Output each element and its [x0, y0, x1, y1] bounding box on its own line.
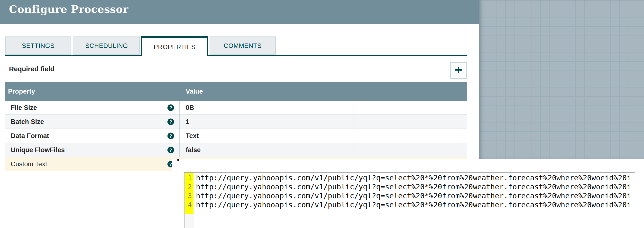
property-value-cell[interactable]: 0B — [180, 101, 353, 114]
line-number: 1 — [184, 174, 193, 182]
property-name: Custom Text — [11, 160, 47, 168]
property-name: Data Format — [11, 132, 49, 140]
help-icon[interactable]: ? — [168, 105, 174, 111]
line-text: http://query.yahooapis.com/v1/public/yql… — [193, 192, 631, 200]
value-editor-popup: 1 http://query.yahooapis.com/v1/public/y… — [172, 159, 644, 228]
editor-line[interactable]: 3 http://query.yahooapis.com/v1/public/y… — [184, 191, 635, 200]
configure-processor-dialog: Configure Processor SETTINGS SCHEDULING … — [0, 0, 644, 228]
property-name-cell: Unique FlowFiles ? — [5, 143, 180, 157]
tab-settings[interactable]: SETTINGS — [5, 36, 71, 55]
property-value: 1 — [186, 118, 189, 126]
line-text: http://query.yahooapis.com/v1/public/yql… — [193, 183, 631, 191]
tab-label: SETTINGS — [22, 42, 54, 50]
tab-label: PROPERTIES — [154, 43, 196, 51]
property-value: false — [186, 146, 201, 154]
property-name: File Size — [11, 104, 37, 112]
property-name: Unique FlowFiles — [11, 146, 65, 154]
flow-canvas[interactable] — [479, 0, 644, 160]
property-value-cell[interactable]: Text — [180, 129, 353, 143]
property-row: Batch Size ? 1 — [5, 115, 467, 129]
line-number: 3 — [184, 192, 193, 200]
tab-scheduling[interactable]: SCHEDULING — [74, 36, 140, 55]
line-text: http://query.yahooapis.com/v1/public/yql… — [193, 201, 631, 209]
property-name-cell: Data Format ? — [5, 129, 180, 143]
property-name-cell: File Size ? — [5, 101, 180, 114]
tab-underline — [5, 55, 467, 56]
editor-line[interactable]: 4 http://query.yahooapis.com/v1/public/y… — [184, 200, 635, 209]
property-extra-cell — [353, 115, 467, 129]
help-icon[interactable]: ? — [168, 119, 174, 125]
property-name: Batch Size — [11, 118, 44, 126]
plus-icon: + — [455, 63, 462, 76]
column-header-property: Property — [5, 88, 180, 95]
tab-label: COMMENTS — [224, 42, 262, 50]
property-extra-cell — [353, 101, 467, 114]
property-value-cell[interactable]: 1 — [180, 115, 353, 129]
tab-comments[interactable]: COMMENTS — [210, 36, 276, 55]
editor-line[interactable]: 1 http://query.yahooapis.com/v1/public/y… — [184, 173, 635, 182]
property-name-cell: Custom Text ? — [5, 157, 180, 171]
property-extra-cell — [353, 143, 467, 157]
line-number: 4 — [184, 201, 193, 209]
help-icon[interactable]: ? — [168, 133, 174, 139]
editor-line[interactable]: 2 http://query.yahooapis.com/v1/public/y… — [184, 182, 635, 191]
line-number: 2 — [184, 183, 193, 191]
tab-properties[interactable]: PROPERTIES — [141, 36, 208, 56]
property-row: File Size ? 0B — [5, 101, 467, 115]
property-extra-cell — [353, 129, 467, 143]
column-header-value: Value — [180, 88, 203, 95]
tab-bar: SETTINGS SCHEDULING PROPERTIES COMMENTS — [0, 0, 479, 58]
add-property-button[interactable]: + — [450, 62, 467, 79]
tab-label: SCHEDULING — [85, 42, 128, 50]
properties-table: Property Value File Size ? 0B Batch Size… — [5, 82, 467, 171]
custom-text-value-editor[interactable]: 1 http://query.yahooapis.com/v1/public/y… — [184, 172, 635, 228]
required-field-label: Required field — [9, 65, 54, 73]
property-value-cell[interactable]: false — [180, 143, 353, 157]
properties-table-header: Property Value — [5, 82, 467, 101]
line-text: http://query.yahooapis.com/v1/public/yql… — [193, 174, 631, 182]
popup-anchor-dot — [178, 159, 179, 161]
property-value: 0B — [186, 104, 194, 112]
property-value: Text — [186, 132, 199, 140]
help-icon[interactable]: ? — [168, 147, 174, 153]
property-row: Unique FlowFiles ? false — [5, 143, 467, 157]
property-name-cell: Batch Size ? — [5, 115, 180, 129]
editor-lines[interactable]: 1 http://query.yahooapis.com/v1/public/y… — [184, 173, 635, 209]
property-row: Data Format ? Text — [5, 129, 467, 143]
